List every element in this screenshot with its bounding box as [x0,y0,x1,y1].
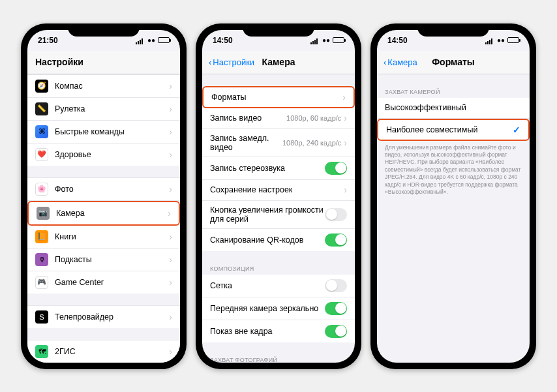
row-record-video[interactable]: Запись видео1080p, 60 кадр/с› [202,108,355,129]
shortcuts-icon: ⌘ [35,125,48,138]
row-books[interactable]: 📙Книги› [27,226,180,249]
group: ЗАХВАТ ФОТОГРАФИЙ Обнаружение сцены Авто… [202,354,355,363]
toggle[interactable] [325,162,347,175]
row-outframe[interactable]: Показ вне кадра [202,320,355,342]
status-icons: ●● [485,37,519,44]
row-health[interactable]: ❤️Здоровье› [27,143,180,166]
row-camera[interactable]: 📷Камера› [27,201,180,226]
toggle[interactable] [325,302,347,315]
nav-bar: Настройки [27,51,180,74]
photos-icon: 🌸 [35,183,48,196]
chevron-icon: › [344,113,347,123]
time: 21:50 [38,36,58,45]
status-icons: ●● [310,37,344,44]
row-shortcuts[interactable]: ⌘Быстрые команды› [27,121,180,143]
books-icon: 📙 [35,230,48,243]
battery-icon [158,37,170,43]
nav-bar: ‹Камера Форматы [377,51,530,74]
row-most-compatible[interactable]: Наиболее совместимый✓ [377,119,530,141]
2gis-icon: 🗺 [35,345,48,358]
chevron-icon: › [342,92,346,102]
row-stereo[interactable]: Запись стереозвука [202,157,355,180]
back-button[interactable]: ‹Настройки [209,57,254,67]
chevron-icon: › [169,127,172,137]
signal-icon [310,37,320,43]
compass-icon: 🧭 [35,80,48,93]
chevron-icon: › [344,138,347,148]
camera-icon: 📷 [37,207,50,220]
notch [243,23,314,37]
wifi-icon: ●● [147,37,155,44]
wifi-icon: ●● [322,37,330,44]
battery-icon [333,37,344,43]
content[interactable]: Форматы› Запись видео1080p, 60 кадр/с› З… [202,74,355,363]
row-preserve[interactable]: Сохранение настроек› [202,180,355,201]
row-tvprovider[interactable]: SТелепровайдер› [27,305,180,328]
chevron-left-icon: ‹ [384,57,386,67]
toggle[interactable] [325,325,347,338]
row-podcasts[interactable]: 🎙Подкасты› [27,249,180,271]
group: 🧭Компас› 📏Рулетка› ⌘Быстрые команды› ❤️З… [27,74,180,166]
check-icon: ✓ [513,125,520,135]
phone-formats: 14:50 ●● ‹Камера Форматы ЗАХВАТ КАМЕРОЙ … [370,23,536,369]
signal-icon [136,37,145,43]
group: SТелепровайдер› [27,305,180,328]
row-ruler[interactable]: 📏Рулетка› [27,98,180,121]
row-photos[interactable]: 🌸Фото› [27,177,180,201]
health-icon: ❤️ [35,148,48,161]
chevron-icon: › [169,149,172,160]
row-grid[interactable]: Сетка [202,275,355,297]
row-formats[interactable]: Форматы› [202,86,355,108]
toggle[interactable] [325,279,347,292]
notch [417,23,489,37]
toggle[interactable] [325,208,347,221]
screen: 14:50 ●● ‹Камера Форматы ЗАХВАТ КАМЕРОЙ … [377,30,530,363]
chevron-icon: › [169,81,172,91]
group: ЗАХВАТ КАМЕРОЙ Высокоэффективный Наиболе… [377,86,530,200]
screen: 14:50 ●● ‹Настройки Камера Форматы› Запи… [202,30,355,363]
chevron-icon: › [169,254,172,265]
time: 14:50 [213,36,233,45]
row-volume-burst[interactable]: Кнопка увеличения громкости для серий [202,201,355,229]
row-qr[interactable]: Сканирование QR-кодов [202,229,355,251]
chevron-icon: › [169,277,172,288]
tvprovider-icon: S [35,310,48,324]
podcasts-icon: 🎙 [35,253,48,266]
battery-icon [507,37,519,43]
chevron-icon: › [344,185,347,195]
group: 🗺2ГИС› ⁘Авито› ААльфа-Банк› ✈Аэрофлот› [27,340,180,363]
group-header: ЗАХВАТ ФОТОГРАФИЙ [202,354,355,363]
phone-camera: 14:50 ●● ‹Настройки Камера Форматы› Запи… [196,23,361,369]
gamecenter-icon: 🎮 [35,276,48,289]
chevron-icon: › [169,312,172,322]
content[interactable]: 🧭Компас› 📏Рулетка› ⌘Быстрые команды› ❤️З… [27,74,180,363]
status-icons: ●● [136,37,170,44]
signal-icon [485,37,494,43]
row-compass[interactable]: 🧭Компас› [27,74,180,98]
wifi-icon: ●● [497,37,505,44]
row-high-efficiency[interactable]: Высокоэффективный [377,98,530,119]
group-header: КОМПОЗИЦИЯ [202,263,355,275]
row-2gis[interactable]: 🗺2ГИС› [27,340,180,363]
screen: 21:50 ●● Настройки 🧭Компас› 📏Рулетка› ⌘Б… [27,30,180,363]
page-title: Настройки [27,57,180,67]
back-button[interactable]: ‹Камера [384,57,417,67]
chevron-icon: › [168,208,171,219]
content[interactable]: ЗАХВАТ КАМЕРОЙ Высокоэффективный Наиболе… [377,74,530,363]
phone-settings: 21:50 ●● Настройки 🧭Компас› 📏Рулетка› ⌘Б… [21,23,187,369]
chevron-left-icon: ‹ [209,57,211,67]
chevron-icon: › [169,232,172,242]
row-gamecenter[interactable]: 🎮Game Center› [27,271,180,294]
toggle[interactable] [325,234,347,247]
notch [68,23,140,37]
time: 14:50 [387,36,408,45]
group: 🌸Фото› 📷Камера› 📙Книги› 🎙Подкасты› 🎮Game… [27,177,180,294]
ruler-icon: 📏 [35,102,48,115]
group: КОМПОЗИЦИЯ Сетка Передняя камера зеркаль… [202,263,355,342]
group-footer: Для уменьшения размера файла снимайте фо… [377,141,530,200]
row-mirror[interactable]: Передняя камера зеркально [202,297,355,320]
chevron-icon: › [169,346,172,357]
row-record-slomo[interactable]: Запись замедл. видео1080p, 240 кадр/с› [202,129,355,157]
group: Форматы› Запись видео1080p, 60 кадр/с› З… [202,86,355,251]
chevron-icon: › [169,184,172,194]
